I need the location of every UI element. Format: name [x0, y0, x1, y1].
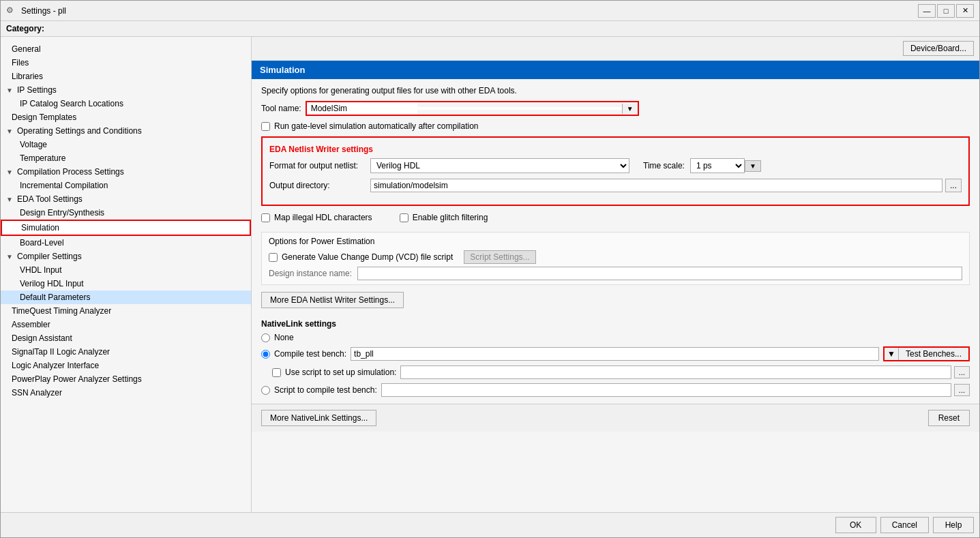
minimize-button[interactable]: ―	[918, 4, 936, 18]
eda-netlist-header: EDA Netlist Writer settings	[269, 145, 962, 154]
design-instance-label: Design instance name:	[269, 269, 352, 278]
sidebar-item-files[interactable]: Files	[1, 56, 251, 70]
sidebar-item-operating-settings[interactable]: ▼ Operating Settings and Conditions	[1, 124, 251, 138]
sidebar-item-design-entry[interactable]: Design Entry/Synthesis	[1, 206, 251, 220]
sidebar-item-default-params[interactable]: Default Parameters	[1, 290, 251, 304]
reset-button[interactable]: Reset	[928, 410, 970, 426]
format-row: Format for output netlist: Verilog HDL V…	[269, 158, 962, 173]
run-gate-level-label: Run gate-level simulation automatically …	[274, 121, 478, 131]
help-button[interactable]: Help	[933, 517, 974, 533]
cancel-button[interactable]: Cancel	[880, 517, 929, 533]
sidebar-item-ip-settings[interactable]: ▼ IP Settings	[1, 83, 251, 97]
sidebar-item-incremental[interactable]: Incremental Compilation	[1, 179, 251, 192]
none-radio-row: None	[261, 333, 970, 342]
sidebar-item-timequest[interactable]: TimeQuest Timing Analyzer	[1, 304, 251, 318]
maximize-button[interactable]: □	[937, 4, 955, 18]
compile-tb-row: Compile test bench: ▼ Test Benches...	[261, 346, 970, 361]
window-title: Settings - pll	[21, 6, 918, 16]
map-illegal-checkbox[interactable]	[261, 213, 270, 222]
sidebar-item-compilation-process[interactable]: ▼ Compilation Process Settings	[1, 165, 251, 179]
tool-name-label: Tool name:	[261, 104, 301, 113]
expand-icon-cs: ▼	[6, 253, 14, 260]
sidebar-item-logic-analyzer[interactable]: Logic Analyzer Interface	[1, 359, 251, 372]
ok-button[interactable]: OK	[835, 517, 876, 533]
script-compile-radio[interactable]	[261, 386, 270, 395]
sidebar-item-voltage[interactable]: Voltage	[1, 138, 251, 151]
two-col-checkboxes: Map illegal HDL characters Enable glitch…	[261, 213, 970, 226]
tool-name-combo: ▼	[306, 101, 639, 116]
output-dir-input[interactable]	[370, 179, 942, 192]
vcd-label: Generate Value Change Dump (VCD) file sc…	[282, 252, 453, 262]
sidebar-item-powerplay[interactable]: PowerPlay Power Analyzer Settings	[1, 372, 251, 386]
device-board-button[interactable]: Device/Board...	[903, 41, 974, 56]
sidebar-item-eda-tool[interactable]: ▼ EDA Tool Settings	[1, 192, 251, 206]
design-instance-row: Design instance name:	[269, 267, 962, 280]
window-controls: ― □ ✕	[918, 4, 974, 18]
sidebar-item-verilog-hdl[interactable]: Verilog HDL Input	[1, 277, 251, 290]
test-benches-dropdown-btn[interactable]: ▼	[885, 348, 899, 360]
right-panel: Device/Board... Simulation Specify optio…	[252, 37, 979, 512]
category-label: Category:	[6, 24, 44, 33]
use-script-checkbox[interactable]	[272, 368, 281, 377]
sidebar-item-ip-catalog[interactable]: IP Catalog Search Locations	[1, 97, 251, 110]
tool-name-input[interactable]	[307, 102, 417, 115]
timescale-dropdown-arrow[interactable]: ▼	[745, 160, 761, 172]
map-illegal-row: Map illegal HDL characters	[261, 213, 372, 222]
nativelink-title: NativeLink settings	[261, 319, 970, 329]
none-radio[interactable]	[261, 333, 270, 342]
sidebar-item-board-level[interactable]: Board-Level	[1, 236, 251, 250]
format-label: Format for output netlist:	[269, 161, 365, 170]
sidebar-item-compilation-label: Compilation Process Settings	[17, 167, 124, 177]
design-instance-input[interactable]	[357, 267, 962, 280]
timescale-select[interactable]: 1 ps 10 ps 100 ps 1 ns	[690, 158, 745, 173]
enable-glitch-checkbox[interactable]	[400, 213, 409, 222]
sidebar-item-ip-settings-label: IP Settings	[17, 85, 57, 95]
sidebar-item-temperature[interactable]: Temperature	[1, 151, 251, 165]
tool-name-dropdown-arrow[interactable]: ▼	[622, 104, 638, 114]
sidebar-item-libraries[interactable]: Libraries	[1, 70, 251, 83]
format-select[interactable]: Verilog HDL VHDL	[370, 158, 629, 173]
script-compile-label: Script to compile test bench:	[274, 385, 377, 395]
close-button[interactable]: ✕	[956, 4, 974, 18]
more-eda-button[interactable]: More EDA Netlist Writer Settings...	[261, 292, 404, 308]
sidebar-item-eda-label: EDA Tool Settings	[17, 194, 83, 204]
script-settings-button[interactable]: Script Settings...	[464, 250, 535, 264]
sidebar-item-simulation[interactable]: Simulation	[1, 220, 251, 236]
output-dir-browse-button[interactable]: ...	[945, 179, 962, 192]
none-label: None	[274, 333, 294, 342]
script-compile-row: Script to compile test bench: ...	[261, 383, 970, 397]
sidebar-item-assembler[interactable]: Assembler	[1, 318, 251, 331]
vcd-checkbox[interactable]	[269, 253, 278, 262]
use-script-browse-button[interactable]: ...	[954, 366, 970, 378]
bottom-bar: More NativeLink Settings... Reset	[252, 404, 979, 432]
title-bar: ⚙ Settings - pll ― □ ✕	[1, 1, 979, 21]
enable-glitch-label: Enable glitch filtering	[413, 213, 488, 222]
main-content: General Files Libraries ▼ IP Settings IP…	[1, 37, 979, 512]
use-script-input[interactable]	[400, 365, 951, 379]
power-estimation-box: Options for Power Estimation Generate Va…	[261, 232, 970, 285]
compile-tb-radio[interactable]	[261, 350, 270, 359]
top-bar: Device/Board...	[252, 37, 979, 61]
sidebar-item-vhdl[interactable]: VHDL Input	[1, 263, 251, 277]
sidebar-item-operating-label: Operating Settings and Conditions	[17, 126, 142, 136]
test-benches-button[interactable]: Test Benches...	[899, 348, 968, 360]
run-gate-level-row: Run gate-level simulation automatically …	[261, 121, 970, 131]
power-estimation-title: Options for Power Estimation	[269, 237, 962, 246]
sidebar-item-design-templates[interactable]: Design Templates	[1, 110, 251, 124]
panel-content: Simulation Specify options for generatin…	[252, 61, 979, 512]
enable-glitch-row: Enable glitch filtering	[400, 213, 488, 222]
use-script-label: Use script to set up simulation:	[285, 368, 396, 377]
more-nativelink-button[interactable]: More NativeLink Settings...	[261, 410, 376, 426]
tool-name-row: Tool name: ▼	[261, 101, 970, 116]
expand-icon-op: ▼	[6, 128, 14, 135]
sidebar-item-ssn-analyzer[interactable]: SSN Analyzer	[1, 386, 251, 400]
sidebar-item-compiler-settings[interactable]: ▼ Compiler Settings	[1, 250, 251, 263]
run-gate-level-checkbox[interactable]	[261, 122, 270, 131]
script-compile-input[interactable]	[381, 383, 951, 397]
sidebar-item-signaltap[interactable]: SignalTap II Logic Analyzer	[1, 345, 251, 359]
compile-tb-input[interactable]	[351, 347, 879, 361]
sidebar-item-general[interactable]: General	[1, 42, 251, 56]
sidebar-item-design-assistant[interactable]: Design Assistant	[1, 331, 251, 345]
script-compile-browse-button[interactable]: ...	[954, 384, 970, 396]
final-buttons: OK Cancel Help	[1, 512, 979, 537]
